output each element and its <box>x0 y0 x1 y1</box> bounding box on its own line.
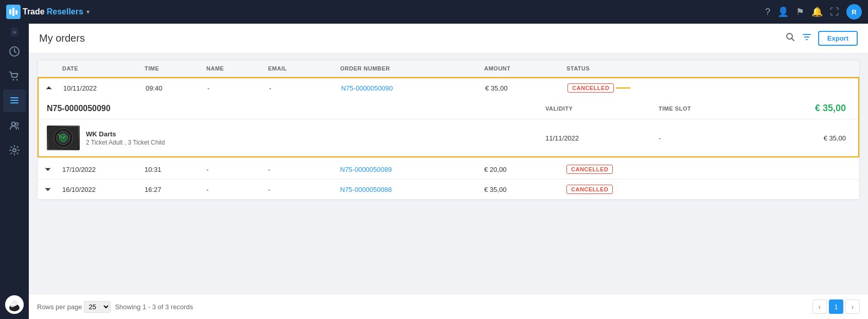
detail-total-amount: € 35,00 <box>768 103 850 114</box>
status-badge-row1: CANCELLED <box>568 83 614 93</box>
detail-order-number: N75-0000050090 <box>47 104 541 113</box>
col-expand <box>38 60 58 77</box>
row3-amount: € 35,00 <box>480 181 562 199</box>
row3-email: - <box>264 181 336 199</box>
showing-records-text: Showing 1 - 3 of 3 records <box>115 303 193 311</box>
row2-order-number[interactable]: N75-0000050089 <box>336 161 480 179</box>
next-page-button[interactable]: › <box>845 299 860 314</box>
col-amount: AMOUNT <box>480 60 562 77</box>
col-email: EMAIL <box>264 60 336 77</box>
pagination: ‹ 1 › <box>812 299 860 314</box>
col-time: TIME <box>140 60 202 77</box>
table-row[interactable]: 17/10/2022 10:31 - - N75-0000050089 € 20… <box>38 160 859 180</box>
detail-timeslot-value: - <box>654 134 768 142</box>
row2-amount: € 20,00 <box>480 161 562 179</box>
detail-validity-value: 11/11/2022 <box>541 134 654 142</box>
current-page-button[interactable]: 1 <box>829 299 843 314</box>
rows-per-page-select[interactable]: 25 50 100 <box>84 301 111 313</box>
row1-amount: € 35,00 <box>481 79 563 97</box>
status-badge-row3: CANCELLED <box>566 185 613 194</box>
col-name: NAME <box>202 60 264 77</box>
page-header: My orders Export <box>29 24 868 54</box>
detail-header: N75-0000050090 VALIDITY TIME SLOT € 35,0… <box>39 98 858 119</box>
sidebar-item-orders[interactable] <box>3 90 26 112</box>
svg-rect-6 <box>10 97 19 98</box>
logo-icon <box>6 5 21 19</box>
sidebar-item-settings[interactable] <box>3 139 26 162</box>
row2-status: CANCELLED <box>562 160 655 179</box>
row3-name: - <box>202 181 264 199</box>
row3-status: CANCELLED <box>562 180 655 199</box>
top-navigation: Trade Resellers ▾ ? 👤 ⚑ 🔔 ⛶ R <box>0 0 868 24</box>
nav-left: Trade Resellers ▾ <box>6 5 90 19</box>
sidebar-item-contacts[interactable] <box>3 114 26 137</box>
user-add-icon[interactable]: 👤 <box>777 6 789 17</box>
row2-date: 17/10/2022 <box>58 161 140 179</box>
detail-timeslot-label: TIME SLOT <box>654 105 768 112</box>
orders-table: DATE TIME NAME EMAIL ORDER NUMBER AMOUNT… <box>37 60 860 200</box>
expand-button-row1[interactable] <box>39 79 59 97</box>
svg-rect-1 <box>12 8 14 16</box>
product-info: WK Darts 2 Ticket Adult , 3 Ticket Child <box>47 126 541 150</box>
product-name: WK Darts <box>86 130 165 138</box>
sidebar-user-avatar[interactable] <box>5 295 24 314</box>
sidebar-bottom <box>5 295 24 319</box>
row1-status: CANCELLED <box>563 78 656 98</box>
flag-icon[interactable]: ⚑ <box>796 6 804 17</box>
bell-icon[interactable]: 🔔 <box>811 6 823 17</box>
table-footer: Rows per page 25 50 100 Showing 1 - 3 of… <box>29 294 868 319</box>
row3-time: 16:27 <box>140 181 202 199</box>
sidebar-toggle[interactable]: » <box>11 28 18 36</box>
app-logo[interactable]: Trade Resellers ▾ <box>6 5 90 19</box>
table-row[interactable]: 10/11/2022 09:40 - - N75-0000050090 € 35… <box>38 77 859 98</box>
row1-order-number[interactable]: N75-0000050090 <box>337 79 481 97</box>
row1-date: 10/11/2022 <box>59 79 141 97</box>
filter-button[interactable] <box>802 32 812 45</box>
sidebar-item-activity[interactable] <box>3 40 26 63</box>
svg-point-11 <box>13 149 16 152</box>
product-thumbnail <box>47 126 80 150</box>
row2-name: - <box>202 161 264 179</box>
sidebar: » <box>0 24 29 319</box>
export-button[interactable]: Export <box>818 31 858 46</box>
detail-line-amount: € 35,00 <box>768 134 850 142</box>
detail-body: WK Darts 2 Ticket Adult , 3 Ticket Child… <box>39 119 858 156</box>
fullscreen-icon[interactable]: ⛶ <box>830 7 839 17</box>
prev-page-button[interactable]: ‹ <box>812 299 827 314</box>
search-button[interactable] <box>785 32 795 45</box>
svg-point-4 <box>13 79 14 81</box>
status-arrow-indicator: CANCELLED <box>568 83 652 93</box>
table-row[interactable]: 16/10/2022 16:27 - - N75-0000050088 € 35… <box>38 180 859 200</box>
arrow-line <box>616 87 630 88</box>
product-text: WK Darts 2 Ticket Adult , 3 Ticket Child <box>86 130 165 146</box>
logo-resellers: Resellers <box>47 7 83 16</box>
row2-time: 10:31 <box>140 161 202 179</box>
table-header: DATE TIME NAME EMAIL ORDER NUMBER AMOUNT… <box>38 60 859 77</box>
help-icon[interactable]: ? <box>765 7 770 17</box>
expand-button-row3[interactable] <box>38 181 58 198</box>
detail-validity-label: VALIDITY <box>541 105 654 112</box>
table-container[interactable]: DATE TIME NAME EMAIL ORDER NUMBER AMOUNT… <box>29 54 868 294</box>
col-status: STATUS <box>562 60 655 77</box>
content-area: My orders Export DATE TIME NA <box>29 24 868 319</box>
row3-date: 16/10/2022 <box>58 181 140 199</box>
row1-name: - <box>203 79 265 97</box>
svg-rect-2 <box>15 10 17 14</box>
logo-trade: Trade <box>23 7 45 16</box>
svg-point-15 <box>10 304 14 307</box>
footer-left: Rows per page 25 50 100 Showing 1 - 3 of… <box>37 301 193 313</box>
header-actions: Export <box>785 31 858 46</box>
main-layout: » My orders <box>0 24 868 319</box>
col-order-number: ORDER NUMBER <box>336 60 480 77</box>
product-thumb-inner <box>47 126 80 150</box>
row3-order-number[interactable]: N75-0000050088 <box>336 181 480 199</box>
order-detail-panel: N75-0000050090 VALIDITY TIME SLOT € 35,0… <box>38 98 859 157</box>
row1-email: - <box>265 79 337 97</box>
user-avatar[interactable]: R <box>846 4 862 20</box>
sidebar-item-cart[interactable] <box>3 65 26 87</box>
svg-rect-8 <box>10 102 19 103</box>
product-subtitle: 2 Ticket Adult , 3 Ticket Child <box>86 139 165 146</box>
expand-button-row2[interactable] <box>38 161 58 178</box>
row1-time: 09:40 <box>141 79 203 97</box>
rows-per-page: Rows per page 25 50 100 <box>37 301 111 313</box>
